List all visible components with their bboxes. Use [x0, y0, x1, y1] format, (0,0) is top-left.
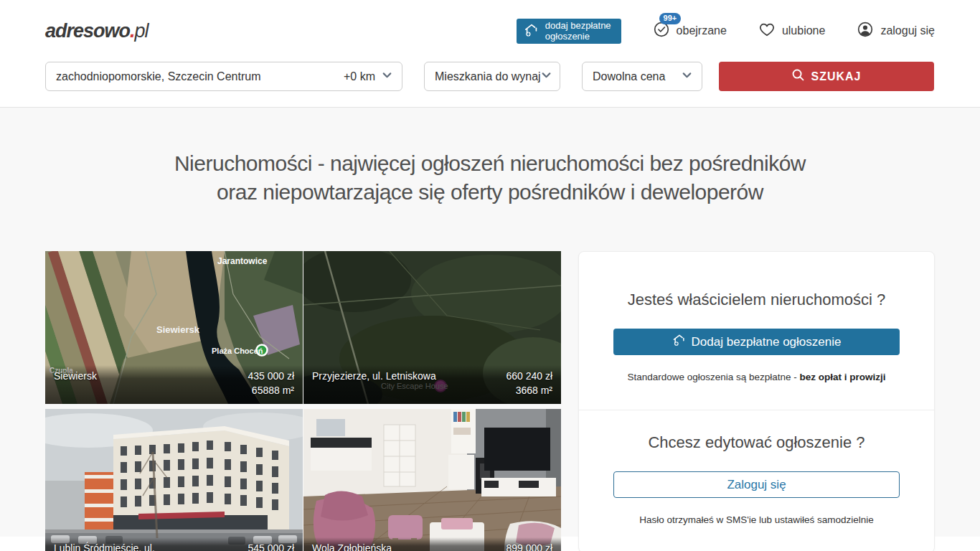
svg-text:Siewiersk: Siewiersk — [156, 324, 200, 335]
main-content: Nieruchomości - najwięcej ogłoszeń nieru… — [0, 108, 980, 537]
login-label: zaloguj się — [880, 24, 935, 37]
chevron-down-icon — [540, 69, 551, 84]
listing-name: Przyjezierze, ul. Letniskowa — [312, 369, 436, 383]
listing-price: 899 000 zł — [506, 541, 552, 551]
owner-section: Jesteś właścicielem nieruchomości ? Doda… — [579, 252, 934, 410]
favorites-label: ulubione — [782, 24, 826, 37]
site-header: adresowo.pl dodaj bezpłatne ogłoszenie — [0, 0, 980, 108]
page-title: Nieruchomości - najwięcej ogłoszeń nieru… — [45, 108, 935, 251]
content-columns: Jarantowice Siewiersk Plaża Choceń Czupl… — [45, 251, 935, 551]
header-actions: dodaj bezpłatne ogłoszenie 99+ obejrzane — [517, 19, 935, 44]
price-value: Dowolna cena — [593, 70, 665, 83]
viewed-label: obejrzane — [677, 24, 727, 37]
listing-card[interactable]: Wola Zgłobieńska 899 000 zł — [303, 409, 561, 551]
listing-photo — [303, 409, 561, 551]
listing-overlay: Wola Zgłobieńska 899 000 zł — [303, 537, 561, 551]
search-bar: zachodniopomorskie, Szczecin Centrum +0 … — [45, 62, 935, 107]
owner-note: Standardowe ogłoszenia są bezpłatne - be… — [613, 372, 900, 382]
logo-text: adresowo — [45, 20, 130, 42]
svg-text:Jarantowice: Jarantowice — [217, 256, 268, 266]
heart-icon — [758, 21, 776, 41]
logo-tld: pl — [135, 20, 149, 42]
location-input[interactable]: zachodniopomorskie, Szczecin Centrum +0 … — [45, 62, 402, 91]
search-button-label: SZUKAJ — [811, 70, 861, 83]
listing-overlay: Lublin Śródmieście, ul. 545 000 zł — [45, 537, 303, 551]
listing-overlay: Przyjezierze, ul. Letniskowa 660 240 zł … — [303, 365, 561, 404]
price-select[interactable]: Dowolna cena — [582, 62, 702, 91]
edit-title: Chcesz edytować ogłoszenie ? — [613, 433, 900, 452]
listing-photo — [45, 409, 303, 551]
login-link[interactable]: zaloguj się — [857, 21, 935, 41]
radius-select[interactable]: +0 km — [344, 69, 393, 84]
svg-text:Plaża Choceń: Plaża Choceń — [212, 347, 263, 355]
radius-value: +0 km — [344, 70, 375, 83]
edit-note: Hasło otrzymałeś w SMS'ie lub ustawiłeś … — [613, 514, 900, 525]
listing-name: Siewiersk — [54, 369, 97, 383]
listing-price: 545 000 zł — [248, 541, 294, 551]
listing-price: 435 000 zł — [248, 369, 294, 383]
user-icon — [857, 21, 874, 41]
listing-overlay: Siewiersk 435 000 zł 65888 m² — [45, 365, 303, 404]
location-value: zachodniopomorskie, Szczecin Centrum — [56, 70, 344, 83]
add-listing-button[interactable]: dodaj bezpłatne ogłoszenie — [517, 19, 621, 44]
listing-name: Lublin Śródmieście, ul. — [54, 541, 155, 551]
search-icon — [791, 68, 805, 85]
owner-title: Jesteś właścicielem nieruchomości ? — [613, 291, 900, 309]
category-select[interactable]: Mieszkania do wynajęc — [424, 62, 560, 91]
sidebar-add-listing-button[interactable]: Dodaj bezpłatne ogłoszenie — [613, 329, 900, 355]
listing-name: Wola Zgłobieńska — [312, 541, 392, 551]
edit-section: Chcesz edytować ogłoszenie ? Zaloguj się… — [579, 410, 934, 551]
category-value: Mieszkania do wynajęc — [435, 70, 540, 83]
listing-card[interactable]: City Escape House Przyjezierze, ul. Letn… — [303, 251, 561, 404]
house-plus-icon — [672, 333, 687, 351]
listings-grid: Jarantowice Siewiersk Plaża Choceń Czupl… — [45, 251, 561, 551]
listing-area: 65888 m² — [248, 383, 294, 397]
chevron-down-icon — [381, 69, 393, 84]
chevron-down-icon — [681, 69, 693, 84]
viewed-link[interactable]: 99+ obejrzane — [653, 21, 727, 41]
search-button[interactable]: SZUKAJ — [719, 62, 934, 91]
listing-price: 660 240 zł — [506, 369, 552, 383]
favorites-link[interactable]: ulubione — [758, 21, 826, 41]
listing-card[interactable]: Jarantowice Siewiersk Plaża Choceń Czupl… — [45, 251, 303, 404]
logo[interactable]: adresowo.pl — [45, 20, 149, 42]
sidebar-login-label: Zaloguj się — [727, 478, 786, 492]
owner-panel: Jesteś właścicielem nieruchomości ? Doda… — [578, 251, 935, 551]
sidebar-login-button[interactable]: Zaloguj się — [613, 471, 900, 498]
sidebar-add-listing-label: Dodaj bezpłatne ogłoszenie — [692, 335, 842, 349]
listing-card[interactable]: Lublin Śródmieście, ul. 545 000 zł — [45, 409, 303, 551]
listing-area: 3668 m² — [506, 383, 552, 397]
page: adresowo.pl dodaj bezpłatne ogłoszenie — [0, 0, 980, 551]
top-bar: adresowo.pl dodaj bezpłatne ogłoszenie — [45, 0, 935, 62]
house-plus-icon — [524, 22, 540, 40]
add-listing-label: dodaj bezpłatne ogłoszenie — [545, 20, 611, 42]
viewed-count-badge: 99+ — [659, 13, 682, 24]
